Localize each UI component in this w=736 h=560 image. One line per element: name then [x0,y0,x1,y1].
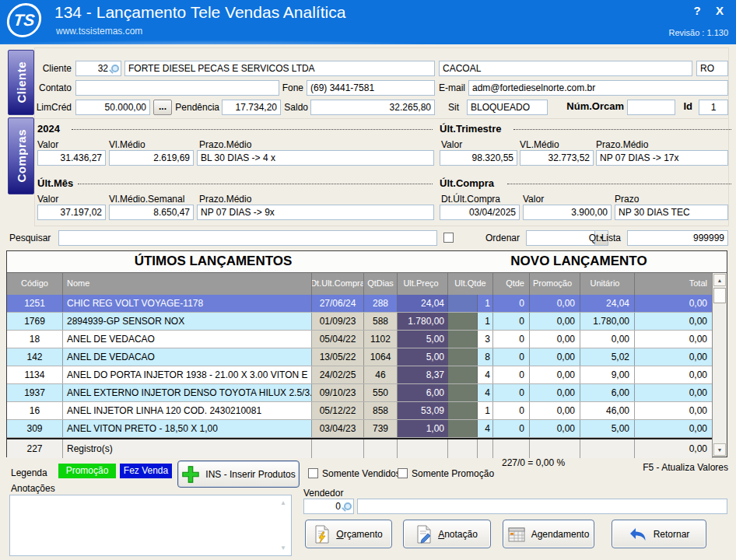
ult-qtde-band [448,295,478,312]
cell-ult-preco: 53,09 [398,402,448,419]
scrollbar-thumb[interactable] [713,288,726,303]
cell-codigo: 1769 [7,313,63,330]
pendencia-field[interactable]: 17.734,20 [222,100,281,115]
table-row[interactable]: 309 ANEL VITON PRETO - 18,50 X 1,00 03/0… [7,420,727,438]
cell-ult-qtde: 3 [478,331,493,348]
pesquisar-input[interactable] [58,230,437,246]
cell-qtde[interactable]: 0 [493,420,530,437]
tri-valor-field: 98.320,55 [440,150,517,166]
cell-qtde[interactable]: 0 [493,384,530,401]
col-header-total[interactable]: Total [635,273,713,295]
table-row[interactable]: 16 ANEL INJETOR LINHA 120 COD. 243021008… [7,402,727,420]
col-header-qtde[interactable]: Qtde [493,273,530,295]
footer-empty [580,439,635,458]
limcred-field[interactable]: 50.000,00 [75,100,150,115]
tab-compras[interactable]: Compras [8,117,34,194]
cell-promocao: 0,00 [530,420,580,437]
table-row[interactable]: 1769 2894939-GP SENSOR NOX 01/09/23 588 … [7,313,727,331]
table-row[interactable]: 1937 ANEL EXTERNO INJETOR DENSO TOYOTA H… [7,384,727,402]
agendamento-button[interactable]: Agendamento [503,520,594,548]
col-header-ult-preco[interactable]: Ult.Preço [398,273,448,295]
ult-qtde-band [448,402,478,419]
anotacao-button[interactable]: Anotação [403,520,491,548]
cell-qtde[interactable]: 0 [493,331,530,348]
col-header-qtdias[interactable]: QtDias [364,273,398,295]
somente-vendidos-checkbox[interactable] [308,468,318,478]
col-header-codigo[interactable]: Código [7,273,63,295]
table-row[interactable]: 18 ANEL DE VEDACAO 05/04/22 1102 5,00 3 … [7,331,727,348]
search-icon[interactable] [111,65,119,72]
cell-dt-ult-compra: 27/06/24 [312,295,364,312]
cell-total: 0,00 [635,384,713,401]
vendedor-name-field[interactable] [357,499,727,514]
cell-qtde[interactable]: 0 [493,295,530,312]
state-field[interactable]: RO [696,61,728,76]
cell-unitario: 5,00 [580,420,635,437]
col-header-nome[interactable]: Nome [63,273,312,295]
cell-codigo: 18 [7,331,63,348]
cliente-name-field[interactable]: FORTE DIESEL PECAS E SERVICOS LTDA [124,61,435,76]
sit-field[interactable]: BLOQUEADO [467,100,548,115]
saldo-field[interactable]: 32.265,80 [310,100,435,115]
grid-band: ÚTIMOS LANÇAMENTOS NOVO LANÇAMENTO [7,251,727,273]
table-row[interactable]: 1251 CHIC REG VOLT VOYAGE-1178 27/06/24 … [7,295,727,313]
inserir-produtos-button[interactable]: INS - Inserir Produtos [177,460,300,488]
tri-vlmedio-field: 32.773,52 [520,150,594,166]
num-orcam-field[interactable] [627,100,675,115]
somente-promocao-checkbox[interactable] [398,468,408,478]
table-row[interactable]: 1134 ANEL DO PORTA INJETOR 1938 - 21.00 … [7,366,727,384]
col-header-unitario[interactable]: Unitário [580,273,635,295]
cell-qtdias: 1064 [364,348,398,366]
scroll-down-icon[interactable]: ▼ [713,443,726,456]
cell-ult-preco: 8,37 [398,366,448,383]
id-field[interactable]: 1 [699,100,728,115]
close-button[interactable]: X [712,4,727,17]
col-header-promocao[interactable]: Promoção [530,273,580,295]
retornar-button[interactable]: Retornar [612,520,706,548]
revision-label: Revisão : 1.130 [669,28,728,37]
cell-qtde[interactable]: 0 [493,348,530,366]
textarea-scroll-up-icon[interactable]: ▲ [280,499,286,506]
cell-qtdias: 46 [364,366,398,383]
vertical-scrollbar[interactable]: ▲ ▼ [712,273,727,457]
tab-cliente-label: Cliente [15,61,28,103]
scroll-up-icon[interactable]: ▲ [713,274,726,286]
orcamento-button[interactable]: Orçamento [305,520,392,548]
divider-dots [78,184,433,184]
cell-nome: CHIC REG VOLT VOYAGE-1178 [63,295,312,312]
col-header-ult-qtde[interactable]: Ult.Qtde [448,273,493,295]
ano-valor-field: 31.436,27 [37,150,106,166]
qt-lista-field[interactable]: 999999 [627,230,728,246]
vendedor-code-field[interactable]: 0 [303,499,354,514]
group-2024-title: 2024 [37,123,60,135]
cell-qtde[interactable]: 0 [493,313,530,330]
help-button[interactable]: ? [689,4,705,17]
textarea-scroll-down-icon[interactable]: ▼ [280,544,286,551]
search-icon[interactable] [344,502,352,510]
divider-dots [72,129,433,130]
cell-ult-preco: 5,00 [398,331,448,348]
footer-empty [312,439,364,458]
cell-qtde[interactable]: 0 [493,366,530,383]
anotacoes-textarea[interactable] [9,495,292,556]
city-field[interactable]: CACOAL [439,61,692,76]
cell-codigo: 1134 [7,366,63,383]
fez-venda-badge: Fez Venda [120,464,172,478]
email-field[interactable]: adm@fortedieselnorte.com.br [468,80,728,96]
legenda-label: Legenda [11,465,47,481]
table-row[interactable]: 142 ANEL DE VEDACAO 13/05/22 1064 5,00 8… [7,348,727,366]
search-checkbox[interactable] [443,233,454,243]
fone-field[interactable]: (69) 3441-7581 [307,80,435,96]
limcred-more-button[interactable]: ... [153,100,172,115]
promocao-badge: Promoção [58,464,116,478]
sit-label: Sit [442,100,459,115]
novo-lancamento-title: NOVO LANÇAMENTO [439,254,719,269]
cell-qtde[interactable]: 0 [493,402,530,419]
limcred-label: LimCréd [28,100,72,115]
ano-prazo-field: BL 30 DIAS -> 4 x [197,150,434,166]
pendencia-label: Pendência [174,100,219,115]
col-header-dt-ult-compra[interactable]: Dt.Ult.Compra [312,273,364,295]
contato-field[interactable] [75,80,279,96]
cliente-code-field[interactable]: 32 [75,61,121,76]
cell-promocao: 0,00 [530,402,580,419]
